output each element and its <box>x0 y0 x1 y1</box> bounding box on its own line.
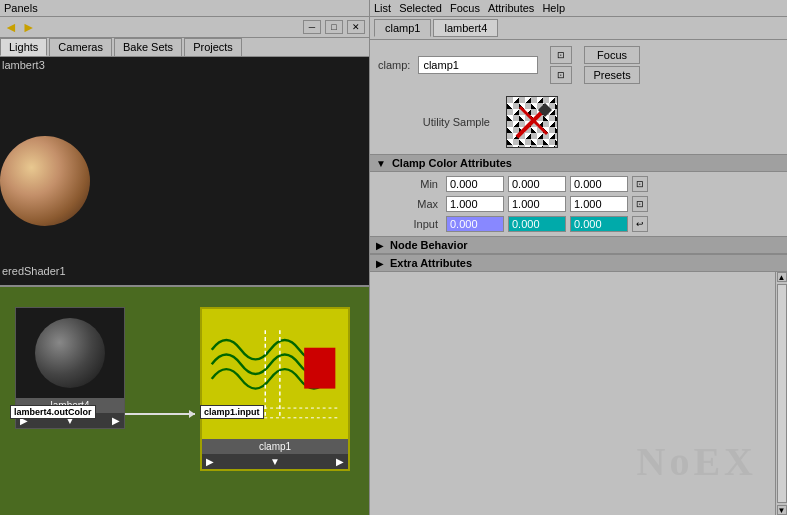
min-map-btn[interactable]: ⊡ <box>632 176 648 192</box>
map-btn-1[interactable]: ⊡ <box>550 46 572 64</box>
lambert4-sphere-preview <box>16 308 124 398</box>
utility-sample-label: Utility Sample <box>410 116 490 128</box>
max-field-3[interactable] <box>570 196 628 212</box>
tab-bake-sets[interactable]: Bake Sets <box>114 38 182 56</box>
connection-arrow <box>125 413 195 415</box>
max-label: Max <box>378 198 438 210</box>
section-clamp-color-header[interactable]: ▼ Clamp Color Attributes <box>370 154 787 172</box>
section-arrow-clamp: ▼ <box>376 158 386 169</box>
focus-button[interactable]: Focus <box>584 46 639 64</box>
viewport-lambert3-label: lambert3 <box>2 59 45 71</box>
utility-swatch[interactable] <box>506 96 558 148</box>
scroll-down-btn[interactable]: ▼ <box>777 505 787 515</box>
menu-list[interactable]: List <box>374 2 391 14</box>
attr-header: clamp: ⊡ ⊡ Focus Presets <box>370 40 787 90</box>
clamp1-controls: ▶ ▼ ▶ <box>202 454 348 469</box>
section-node-behavior-title: Node Behavior <box>390 239 468 251</box>
right-menubar: List Selected Focus Attributes Help <box>370 0 787 17</box>
clamp-field-label: clamp: <box>378 59 410 71</box>
section-arrow-node: ▶ <box>376 240 384 251</box>
clamp-name-input[interactable] <box>418 56 538 74</box>
node-editor-bg: lambert4 ▶ ▼ ▶ lambert4.outColor clamp1.… <box>0 287 369 515</box>
tab-lambert4[interactable]: lambert4 <box>433 19 498 37</box>
max-field-1[interactable] <box>446 196 504 212</box>
scroll-thumb[interactable] <box>777 284 787 503</box>
attr-empty-space: NoEX ▲ ▼ <box>370 272 787 515</box>
input-field-1[interactable] <box>446 216 504 232</box>
section-node-behavior-header[interactable]: ▶ Node Behavior <box>370 236 787 254</box>
right-tabs: clamp1 lambert4 <box>370 17 787 40</box>
right-panel: List Selected Focus Attributes Help clam… <box>370 0 787 515</box>
input-label: Input <box>378 218 438 230</box>
section-extra-attrs-header[interactable]: ▶ Extra Attributes <box>370 254 787 272</box>
section-arrow-extra: ▶ <box>376 258 384 269</box>
minimize-button[interactable]: ─ <box>303 20 321 34</box>
clamp1-play-btn[interactable]: ▶ <box>206 456 214 467</box>
restore-button[interactable]: □ <box>325 20 343 34</box>
attr-editor: clamp: ⊡ ⊡ Focus Presets Utility Sample <box>370 40 787 515</box>
scroll-up-btn[interactable]: ▲ <box>777 272 787 282</box>
right-arrow-icon[interactable]: ► <box>22 19 36 35</box>
swatch-overlay <box>507 97 557 147</box>
panels-label: Panels <box>4 2 38 14</box>
menu-attributes[interactable]: Attributes <box>488 2 534 14</box>
clamp1-decoration <box>202 309 348 439</box>
svg-rect-4 <box>304 348 335 389</box>
lambert3-sphere <box>0 136 90 226</box>
section-clamp-color-title: Clamp Color Attributes <box>392 157 512 169</box>
lambert4-right-btn[interactable]: ▶ <box>112 415 120 426</box>
min-label: Min <box>378 178 438 190</box>
attr-row-input: Input ↩ <box>370 214 787 234</box>
map-btn-2[interactable]: ⊡ <box>550 66 572 84</box>
noex-watermark: NoEX <box>637 438 757 485</box>
min-field-3[interactable] <box>570 176 628 192</box>
input-map-btn[interactable]: ↩ <box>632 216 648 232</box>
max-map-btn[interactable]: ⊡ <box>632 196 648 212</box>
menu-help[interactable]: Help <box>542 2 565 14</box>
left-arrow-icon[interactable]: ◄ <box>4 19 18 35</box>
input-field-3[interactable] <box>570 216 628 232</box>
tab-projects[interactable]: Projects <box>184 38 242 56</box>
connection-to-label: clamp1.input <box>200 405 264 419</box>
menu-selected[interactable]: Selected <box>399 2 442 14</box>
menu-focus[interactable]: Focus <box>450 2 480 14</box>
panel-tabs: Lights Cameras Bake Sets Projects <box>0 38 369 57</box>
tab-lights[interactable]: Lights <box>0 38 47 56</box>
tab-cameras[interactable]: Cameras <box>49 38 112 56</box>
close-button[interactable]: ✕ <box>347 20 365 34</box>
scrollbar[interactable]: ▲ ▼ <box>775 272 787 515</box>
attr-row-max: Max ⊡ <box>370 194 787 214</box>
clamp1-body <box>202 309 348 439</box>
attr-row-min: Min ⊡ <box>370 174 787 194</box>
swatch-icon <box>512 102 552 142</box>
left-panel: Panels ◄ ► ─ □ ✕ Lights Cameras Bake Set… <box>0 0 370 515</box>
lambert4-ball <box>35 318 105 388</box>
clamp1-down-btn[interactable]: ▼ <box>270 456 280 467</box>
panels-title-bar: Panels <box>0 0 369 17</box>
clamp1-right-btn[interactable]: ▶ <box>336 456 344 467</box>
node-clamp1[interactable]: clamp1 ▶ ▼ ▶ <box>200 307 350 471</box>
clamp-color-attrs: Min ⊡ Max ⊡ Input <box>370 172 787 236</box>
top-viewport: lambert3 eredShader1 <box>0 57 369 287</box>
connection-from-label: lambert4.outColor <box>10 405 96 419</box>
input-field-2[interactable] <box>508 216 566 232</box>
tab-clamp1[interactable]: clamp1 <box>374 19 431 37</box>
min-field-1[interactable] <box>446 176 504 192</box>
clamp1-title: clamp1 <box>202 439 348 454</box>
node-editor: lambert4 ▶ ▼ ▶ lambert4.outColor clamp1.… <box>0 287 369 515</box>
max-field-2[interactable] <box>508 196 566 212</box>
shader-label: eredShader1 <box>2 265 66 277</box>
utility-sample-row: Utility Sample <box>370 90 787 154</box>
panels-toolbar: ◄ ► ─ □ ✕ <box>0 17 369 38</box>
min-field-2[interactable] <box>508 176 566 192</box>
section-extra-attrs-title: Extra Attributes <box>390 257 472 269</box>
presets-button[interactable]: Presets <box>584 66 639 84</box>
